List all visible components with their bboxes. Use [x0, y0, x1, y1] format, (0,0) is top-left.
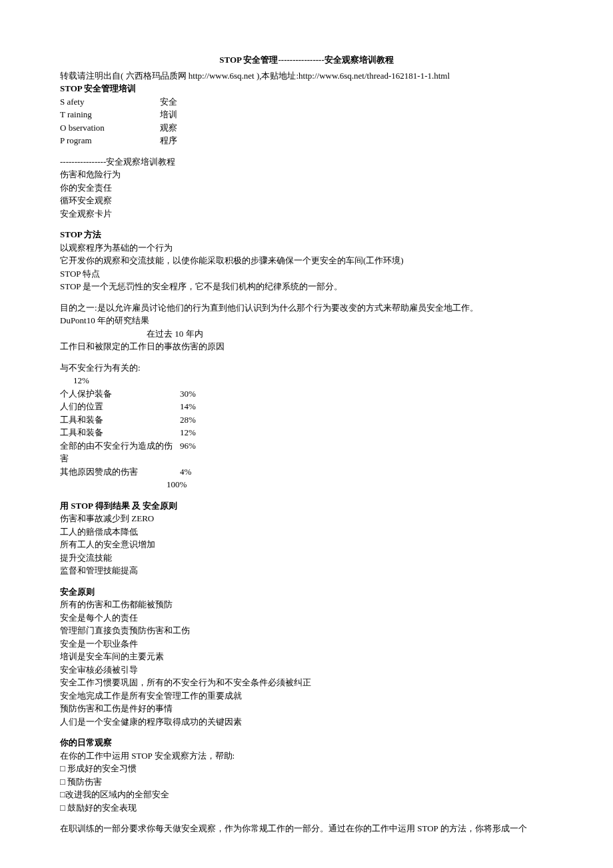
heading-results-principles: 用 STOP 得到结果 及 安全原则: [60, 499, 553, 513]
stats-total: 100%: [60, 478, 553, 491]
principle-3: 管理部门直接负责预防伤害和工伤: [60, 624, 553, 637]
acronym-p-left: P rogram: [60, 134, 160, 147]
results-line-4: 提升交流技能: [60, 551, 553, 565]
acronym-row-p: P rogram 程序: [60, 134, 553, 147]
results-line-2: 工人的赔偿成本降低: [60, 525, 553, 539]
principle-2: 安全是每个人的责任: [60, 611, 553, 625]
stats-value-5: 96%: [180, 439, 196, 465]
principle-6: 安全审核必须被引导: [60, 663, 553, 677]
purpose-line-4: 工作日和被限定的工作日的事故伤害的原因: [60, 340, 553, 353]
stats-label-1: 个人保护装备: [60, 387, 180, 401]
stats-label-5: 全部的由不安全行为造成的伤害: [60, 439, 180, 465]
method-line-3: STOP 特点: [60, 267, 553, 281]
principle-1: 所有的伤害和工伤都能被预防: [60, 598, 553, 611]
heading-safety-principles: 安全原则: [60, 585, 553, 599]
daily-checkbox-2: □ 预防伤害: [60, 775, 553, 789]
purpose-line-2: DuPont10 年的研究结果: [60, 314, 553, 327]
heading-stop-method: STOP 方法: [60, 228, 553, 241]
stats-row-3: 工具和装备 28%: [60, 413, 553, 427]
results-line-1: 伤害和事故减少到 ZERO: [60, 512, 553, 525]
subtitle-dashes: ----------------安全观察培训教程: [60, 155, 553, 169]
stats-row-1: 个人保护装备 30%: [60, 387, 553, 401]
heading-daily-observation: 你的日常观察: [60, 736, 553, 749]
acronym-o-left: O bservation: [60, 121, 160, 135]
principle-5: 培训是安全车间的主要元素: [60, 650, 553, 663]
daily-checkbox-4: □ 鼓励好的安全表现: [60, 801, 553, 815]
stats-row-5: 全部的由不安全行为造成的伤害 96%: [60, 439, 553, 465]
stats-label-3: 工具和装备: [60, 413, 180, 427]
heading-stop-training: STOP 安全管理培训: [60, 82, 553, 95]
document-title: STOP 安全管理----------------安全观察培训教程: [60, 53, 553, 67]
method-line-2: 它开发你的观察和交流技能，以使你能采取积极的步骤来确保一个更安全的车间(工作环境…: [60, 254, 553, 267]
purpose-line-1: 目的之一:是以允许雇员讨论他们的行为直到他们认识到为什么那个行为要改变的方式来帮…: [60, 301, 553, 315]
principle-4: 安全是一个职业条件: [60, 637, 553, 651]
stats-header: 与不安全行为有关的:: [60, 361, 553, 375]
method-line-4: STOP 是一个无惩罚性的安全程序，它不是我们机构的纪律系统的一部分。: [60, 280, 553, 293]
acronym-row-o: O bservation 观察: [60, 121, 553, 135]
stats-row-4: 工具和装备 12%: [60, 426, 553, 439]
acronym-s-left: S afety: [60, 95, 160, 109]
source-line: 转载请注明出自( 六西格玛品质网 http://www.6sq.net ),本贴…: [60, 69, 553, 83]
stats-12-percent: 12%: [60, 374, 553, 387]
purpose-line-3: 在过去 10 年内: [60, 327, 553, 341]
acronym-row-s: S afety 安全: [60, 95, 553, 109]
method-line-1: 以观察程序为基础的一个行为: [60, 241, 553, 255]
stats-label-4: 工具和装备: [60, 426, 180, 439]
principle-9: 预防伤害和工伤是件好的事情: [60, 702, 553, 715]
stats-value-4: 12%: [180, 426, 196, 439]
daily-checkbox-3: □改进我的区域内的全部安全: [60, 788, 553, 801]
stats-label-2: 人们的位置: [60, 400, 180, 413]
stats-label-6: 其他原因赞成的伤害: [60, 465, 180, 479]
topic-2: 你的安全责任: [60, 181, 553, 195]
stats-value-6: 4%: [180, 465, 191, 479]
acronym-t-right: 培训: [160, 108, 177, 121]
stats-row-6: 其他原因赞成的伤害 4%: [60, 465, 553, 479]
principle-8: 安全地完成工作是所有安全管理工作的重要成就: [60, 689, 553, 703]
topic-4: 安全观察卡片: [60, 207, 553, 221]
principle-7: 安全工作习惯要巩固，所有的不安全行为和不安全条件必须被纠正: [60, 676, 553, 689]
principle-10: 人们是一个安全健康的程序取得成功的关键因素: [60, 715, 553, 729]
acronym-t-left: T raining: [60, 108, 160, 121]
topic-1: 伤害和危险行为: [60, 168, 553, 181]
results-line-3: 所有工人的安全意识增加: [60, 538, 553, 551]
closing-paragraph: 在职训练的一部分要求你每天做安全观察，作为你常规工作的一部分。通过在你的工作中运…: [60, 822, 553, 835]
acronym-o-right: 观察: [160, 121, 177, 135]
acronym-row-t: T raining 培训: [60, 108, 553, 121]
results-line-5: 监督和管理技能提高: [60, 564, 553, 577]
topic-3: 循环安全观察: [60, 194, 553, 207]
stats-value-2: 14%: [180, 400, 196, 413]
stats-value-1: 30%: [180, 387, 196, 401]
daily-intro: 在你的工作中运用 STOP 安全观察方法，帮助:: [60, 749, 553, 763]
daily-checkbox-1: □ 形成好的安全习惯: [60, 762, 553, 775]
stats-value-3: 28%: [180, 413, 196, 427]
acronym-s-right: 安全: [160, 95, 177, 109]
stats-row-2: 人们的位置 14%: [60, 400, 553, 413]
acronym-p-right: 程序: [160, 134, 177, 147]
